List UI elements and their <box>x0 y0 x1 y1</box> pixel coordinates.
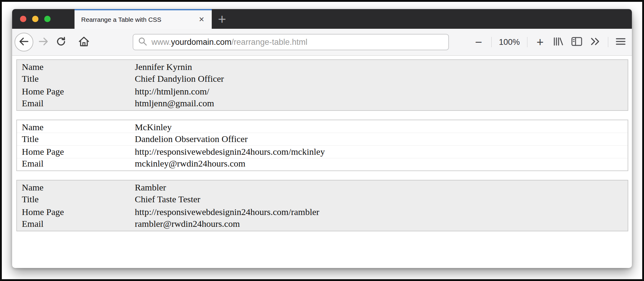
zoom-window-button[interactable] <box>44 16 51 22</box>
row-label: Home Page <box>17 85 135 98</box>
zoom-out-button[interactable]: − <box>473 36 484 48</box>
url-domain: yourdomain.com <box>171 38 232 47</box>
row-label: Email <box>17 158 135 171</box>
table-row: Title Chief Taste Tester <box>17 193 628 206</box>
menu-button[interactable] <box>616 38 626 47</box>
new-tab-button[interactable]: + <box>213 9 231 29</box>
contact-card-3: Name Rambler Title Chief Taste Tester Ho… <box>16 180 628 231</box>
row-label: Name <box>17 180 135 193</box>
row-label: Email <box>17 218 135 231</box>
table-row: Home Page http://responsivewebdesignin24… <box>17 206 628 218</box>
row-label: Name <box>17 60 135 72</box>
forward-button[interactable] <box>38 37 48 47</box>
table-row: Name Jennifer Kyrnin <box>17 60 628 72</box>
tab-close-icon[interactable]: ✕ <box>199 16 204 23</box>
url-prefix: www. <box>151 38 171 47</box>
table-row: Title Dandelion Observation Officer <box>17 133 628 145</box>
zoom-in-button[interactable]: + <box>535 36 546 48</box>
table-row: Email mckinley@rwdin24hours.com <box>17 158 628 171</box>
traffic-lights <box>20 9 51 29</box>
row-label: Name <box>17 120 135 133</box>
toolbar-separator <box>608 37 608 47</box>
row-value: Rambler <box>135 180 628 193</box>
close-window-button[interactable] <box>20 16 26 22</box>
contact-card-1: Name Jennifer Kyrnin Title Chief Dandyli… <box>16 59 628 111</box>
navigation-toolbar: www.yourdomain.com/rearrange-table.html … <box>12 29 632 56</box>
toolbar-right-group: − 100% + <box>473 36 626 48</box>
reload-button[interactable] <box>56 36 67 48</box>
row-value: Jennifer Kyrnin <box>135 60 628 72</box>
row-value: mckinley@rwdin24hours.com <box>135 158 628 171</box>
row-value: http://htmljenn.com/ <box>135 85 628 98</box>
table-row: Title Chief Dandylion Officer <box>17 72 628 85</box>
row-label: Title <box>17 193 135 206</box>
toolbar-separator <box>491 37 492 47</box>
row-value: rambler@rwdin24hours.com <box>135 218 628 231</box>
contact-card-2: Name McKinley Title Dandelion Observatio… <box>16 120 628 171</box>
url-text: www.yourdomain.com/rearrange-table.html <box>151 38 307 47</box>
browser-tab[interactable]: Rearrange a Table with CSS ✕ <box>75 9 212 29</box>
back-button[interactable] <box>15 33 33 51</box>
overflow-icon[interactable] <box>590 37 601 47</box>
row-value: http://responsivewebdesignin24hours.com/… <box>135 145 628 158</box>
row-label: Home Page <box>17 145 135 158</box>
row-value: htmljenn@gmail.com <box>135 98 628 111</box>
row-label: Title <box>17 133 135 145</box>
row-label: Email <box>17 98 135 111</box>
table-row: Home Page http://htmljenn.com/ <box>17 85 628 98</box>
table-row: Email rambler@rwdin24hours.com <box>17 218 628 231</box>
minimize-window-button[interactable] <box>32 16 38 22</box>
row-label: Home Page <box>17 206 135 218</box>
forward-icon <box>38 37 48 47</box>
table-row: Home Page http://responsivewebdesignin24… <box>17 145 628 158</box>
home-icon <box>78 36 90 48</box>
desktop-background: Rearrange a Table with CSS ✕ + <box>2 2 642 279</box>
row-label: Title <box>17 72 135 85</box>
back-icon <box>19 37 29 47</box>
library-button[interactable] <box>553 37 564 48</box>
screenshot-frame: Rearrange a Table with CSS ✕ + <box>0 0 644 281</box>
url-path: /rearrange-table.html <box>231 38 307 47</box>
toolbar-separator <box>527 37 527 47</box>
row-value: Chief Taste Tester <box>135 193 628 206</box>
row-value: http://responsivewebdesignin24hours.com/… <box>135 206 628 218</box>
sidebar-button[interactable] <box>571 37 583 48</box>
browser-window: Rearrange a Table with CSS ✕ + <box>12 9 632 268</box>
tab-title: Rearrange a Table with CSS <box>81 16 161 23</box>
home-button[interactable] <box>78 36 90 48</box>
reload-icon <box>56 36 67 48</box>
row-value: Chief Dandylion Officer <box>135 72 628 85</box>
url-bar[interactable]: www.yourdomain.com/rearrange-table.html <box>133 34 449 50</box>
search-icon <box>138 37 147 47</box>
row-value: Dandelion Observation Officer <box>135 133 628 145</box>
row-value: McKinley <box>135 120 628 133</box>
table-row: Email htmljenn@gmail.com <box>17 98 628 111</box>
zoom-level-indicator[interactable]: 100% <box>499 38 520 47</box>
page-content: Name Jennifer Kyrnin Title Chief Dandyli… <box>12 56 632 231</box>
table-row: Name Rambler <box>17 180 628 193</box>
titlebar: Rearrange a Table with CSS ✕ + <box>12 9 632 29</box>
table-row: Name McKinley <box>17 120 628 133</box>
